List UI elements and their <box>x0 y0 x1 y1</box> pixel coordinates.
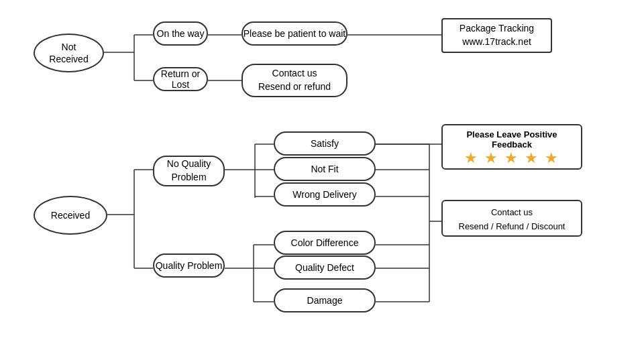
received-node: Received <box>34 196 107 235</box>
package-tracking-node: Package Tracking www.17track.net <box>441 18 552 53</box>
contact-discount-label: Contact us Resend / Refund / Discount <box>459 207 566 231</box>
patient-wait-node: Please be patient to wait <box>241 21 347 46</box>
damage-node: Damage <box>274 288 376 312</box>
not-received-node: Not Received <box>34 34 104 72</box>
wrong-delivery-label: Wrong Delivery <box>292 189 356 200</box>
not-received-label: Not Received <box>49 41 88 65</box>
quality-defect-label: Quality Defect <box>295 262 354 273</box>
not-fit-label: Not Fit <box>311 164 338 174</box>
damage-label: Damage <box>307 295 343 306</box>
feedback-box: Please Leave Positive Feedback ★ ★ ★ ★ ★ <box>441 124 582 170</box>
quality-problem-node: Quality Problem <box>153 253 225 278</box>
no-quality-problem-label: No Quality Problem <box>167 158 211 184</box>
contact-resend-refund-discount-box: Contact us Resend / Refund / Discount <box>441 200 582 237</box>
satisfy-label: Satisfy <box>311 138 339 149</box>
patient-wait-label: Please be patient to wait <box>244 28 346 39</box>
feedback-title: Please Leave Positive Feedback <box>449 129 574 150</box>
quality-problem-label: Quality Problem <box>156 260 223 271</box>
package-tracking-label: Package Tracking www.17track.net <box>460 22 534 48</box>
satisfy-node: Satisfy <box>274 131 376 156</box>
no-quality-problem-node: No Quality Problem <box>153 156 225 186</box>
color-difference-node: Color Difference <box>274 231 376 255</box>
on-the-way-node: On the way <box>153 21 208 46</box>
return-lost-label: Return or Lost <box>154 68 207 90</box>
contact-resend-refund-label: Contact us Resend or refund <box>258 67 331 93</box>
contact-resend-refund-node: Contact us Resend or refund <box>241 64 347 97</box>
stars-rating: ★ ★ ★ ★ ★ <box>449 150 574 167</box>
return-lost-node: Return or Lost <box>153 67 208 91</box>
wrong-delivery-node: Wrong Delivery <box>274 182 376 207</box>
received-label: Received <box>51 210 90 221</box>
quality-defect-node: Quality Defect <box>274 255 376 280</box>
on-the-way-label: On the way <box>157 28 205 39</box>
not-fit-node: Not Fit <box>274 157 376 181</box>
color-difference-label: Color Difference <box>291 237 359 248</box>
